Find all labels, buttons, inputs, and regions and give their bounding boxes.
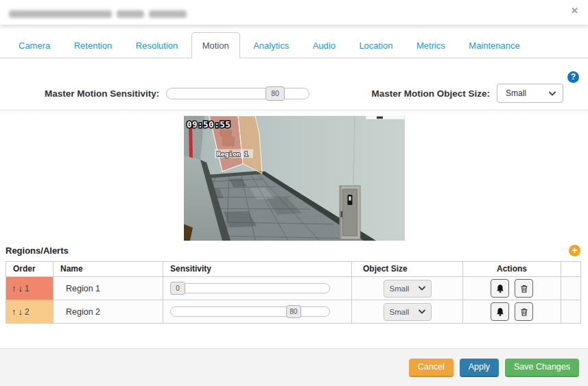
dialog-footer: Cancel Apply Save Changes xyxy=(0,348,588,386)
region2-partial-label xyxy=(366,116,405,119)
col-actions: Actions xyxy=(463,262,561,277)
save-changes-button[interactable]: Save Changes xyxy=(505,359,579,377)
region-row-2: ↑↓2 Region 2 80 Small xyxy=(6,300,581,324)
col-name: Name xyxy=(54,262,163,277)
master-object-size-label: Master Motion Object Size: xyxy=(371,88,490,99)
selected-value: Small xyxy=(390,285,410,293)
tab-resolution[interactable]: Resolution xyxy=(126,33,188,58)
master-sensitivity-label: Master Motion Sensitivity: xyxy=(45,88,159,99)
master-sensitivity-slider[interactable]: 80 xyxy=(166,86,309,101)
tab-location[interactable]: Location xyxy=(349,33,403,58)
regions-table: Order Name Sensitivity Object Size Actio… xyxy=(5,261,581,324)
tab-bar: Camera Retention Resolution Motion Analy… xyxy=(0,32,588,58)
tab-metrics[interactable]: Metrics xyxy=(406,33,456,58)
preview-door-panel xyxy=(340,186,360,239)
tab-motion[interactable]: Motion xyxy=(191,32,240,58)
slider-track[interactable] xyxy=(166,88,309,99)
selected-value: Small xyxy=(506,88,526,98)
delete-region-button[interactable] xyxy=(515,279,533,298)
col-sensitivity: Sensitivity xyxy=(163,262,352,277)
col-spacer xyxy=(561,262,581,277)
col-object-size: Object Size xyxy=(352,262,463,277)
table-header-row: Order Name Sensitivity Object Size Actio… xyxy=(6,262,581,277)
region1-object-size-select[interactable]: Small xyxy=(384,280,432,298)
order-number: 2 xyxy=(25,307,30,317)
regions-alerts-heading: Regions/Alerts xyxy=(5,245,69,256)
close-icon[interactable]: ✕ xyxy=(571,6,578,15)
cancel-button[interactable]: Cancel xyxy=(409,359,454,377)
alert-bell-button[interactable] xyxy=(491,302,509,321)
help-icon[interactable]: ? xyxy=(567,71,579,83)
dialog-title-redacted xyxy=(9,8,191,20)
bell-icon xyxy=(495,284,505,293)
bell-icon xyxy=(495,307,505,317)
col-order: Order xyxy=(6,262,54,277)
tab-analytics[interactable]: Analytics xyxy=(243,33,299,58)
slider-track[interactable] xyxy=(170,306,330,317)
camera-preview[interactable]: Region 1 09:50:55 xyxy=(184,116,405,241)
slider-handle[interactable]: 80 xyxy=(286,305,301,318)
tab-retention[interactable]: Retention xyxy=(64,33,123,58)
region-name: Region 2 xyxy=(54,300,163,324)
tab-audio[interactable]: Audio xyxy=(303,33,346,58)
apply-button[interactable]: Apply xyxy=(460,359,499,377)
region1-label: Region 1 xyxy=(217,150,248,158)
chevron-down-icon xyxy=(419,309,425,314)
spacer-cell xyxy=(561,300,581,324)
order-cell: ↑↓2 xyxy=(6,300,54,324)
move-down-icon[interactable]: ↓ xyxy=(19,283,23,293)
region-row-1: ↑↓1 Region 1 0 Small xyxy=(6,277,581,300)
region-name: Region 1 xyxy=(54,277,163,300)
tab-maintenance[interactable]: Maintenance xyxy=(458,33,530,58)
trash-icon xyxy=(519,307,529,317)
move-up-icon[interactable]: ↑ xyxy=(12,283,16,293)
order-number: 1 xyxy=(25,284,30,293)
timestamp-overlay: 09:50:55 xyxy=(187,119,231,130)
master-object-size-select[interactable]: Small xyxy=(497,84,563,103)
tab-camera[interactable]: Camera xyxy=(8,33,60,58)
trash-icon xyxy=(519,284,529,293)
slider-handle[interactable]: 80 xyxy=(266,86,285,101)
region2-object-size-select[interactable]: Small xyxy=(384,303,432,321)
spacer-cell xyxy=(561,277,581,300)
alert-bell-button[interactable] xyxy=(491,279,509,298)
slider-handle[interactable]: 0 xyxy=(170,282,185,295)
move-up-icon[interactable]: ↑ xyxy=(12,306,16,317)
region1-sensitivity-slider[interactable]: 0 xyxy=(170,282,330,295)
add-region-icon[interactable]: + xyxy=(569,245,580,256)
chevron-down-icon xyxy=(549,91,556,96)
chevron-down-icon xyxy=(419,286,425,291)
master-controls-row: Master Motion Sensitivity: 80 Master Mot… xyxy=(0,58,588,110)
move-down-icon[interactable]: ↓ xyxy=(19,306,23,317)
order-cell: ↑↓1 xyxy=(6,277,54,300)
dialog-titlebar: ✕ xyxy=(0,0,588,25)
delete-region-button[interactable] xyxy=(515,302,533,321)
selected-value: Small xyxy=(390,308,410,316)
region2-sensitivity-slider[interactable]: 80 xyxy=(170,305,330,318)
slider-track[interactable] xyxy=(170,283,330,293)
